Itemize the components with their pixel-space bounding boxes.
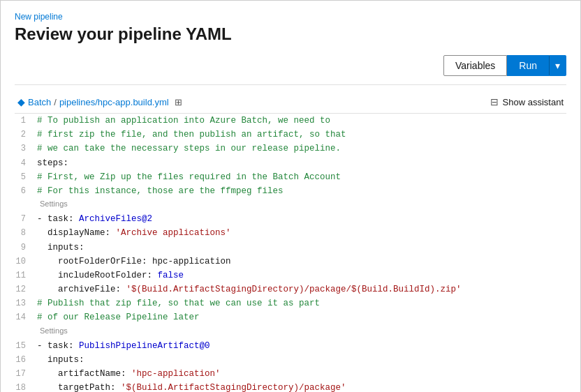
path-batch[interactable]: Batch <box>28 97 51 107</box>
line-content-18: targetPath: '$(Build.ArtifactStagingDire… <box>37 381 566 392</box>
code-line-3: 3 # we can take the necessary steps in o… <box>15 142 566 156</box>
code-line-7: 7 - task: ArchiveFiles@2 <box>15 212 566 226</box>
code-line-15: 15 - task: PublishPipelineArtifact@0 <box>15 339 566 353</box>
line-content-9: inputs: <box>37 241 566 255</box>
line-content-4: steps: <box>37 156 566 170</box>
line-num-7: 7 <box>15 213 37 226</box>
line-content-11: includeRootFolder: false <box>37 269 566 282</box>
file-path: ◆ Batch / pipelines/hpc-app.build.yml ⊞ <box>17 96 182 107</box>
line-num-8: 8 <box>15 227 37 240</box>
breadcrumb: New pipeline <box>15 12 566 22</box>
code-line-8: 8 displayName: 'Archive applications' <box>15 226 566 240</box>
run-button[interactable]: Run <box>507 55 549 76</box>
line-num-15: 15 <box>15 340 37 353</box>
line-content-13: # Publish that zip file, so that we can … <box>37 296 566 310</box>
code-line-10: 10 rootFolderOrFile: hpc-application <box>15 255 566 269</box>
code-line-s1: Settings <box>15 198 566 212</box>
line-num-2: 2 <box>15 128 37 142</box>
line-num-3: 3 <box>15 142 37 156</box>
line-content-12: archiveFile: '$(Build.ArtifactStagingDir… <box>37 282 566 296</box>
line-content-3: # we can take the necessary steps in our… <box>37 142 566 156</box>
line-num-16: 16 <box>15 354 37 367</box>
line-num-12: 12 <box>15 283 37 296</box>
code-line-13: 13 # Publish that zip file, so that we c… <box>15 296 566 310</box>
divider <box>15 84 566 85</box>
diamond-icon: ◆ <box>17 96 25 107</box>
line-num-17: 17 <box>15 368 37 381</box>
line-content-8: displayName: 'Archive applications' <box>37 226 566 240</box>
line-content-5: # First, we Zip up the files required in… <box>37 170 566 184</box>
line-num-9: 9 <box>15 241 37 255</box>
line-content-16: inputs: <box>37 353 566 367</box>
code-line-6: 6 # For this instance, those are the ffm… <box>15 184 566 198</box>
path-separator: / <box>54 97 57 107</box>
line-num-5: 5 <box>15 171 37 184</box>
line-content-17: artifactName: 'hpc-application' <box>37 367 566 381</box>
line-content-14: # of our Release Pipeline later <box>37 310 566 324</box>
line-num-1: 1 <box>15 114 37 128</box>
line-content-6: # For this instance, those are the ffmpe… <box>37 184 566 198</box>
line-content-7: - task: ArchiveFiles@2 <box>37 212 566 226</box>
line-content-10: rootFolderOrFile: hpc-application <box>37 255 566 269</box>
line-num-10: 10 <box>15 255 37 269</box>
code-line-16: 16 inputs: <box>15 353 566 367</box>
line-num-14: 14 <box>15 311 37 324</box>
code-line-18: 18 targetPath: '$(Build.ArtifactStagingD… <box>15 381 566 392</box>
edit-icon[interactable]: ⊞ <box>175 97 182 107</box>
line-content-15: - task: PublishPipelineArtifact@0 <box>37 339 566 353</box>
line-num-18: 18 <box>15 382 37 392</box>
show-assistant-button[interactable]: ⊟ Show assistant <box>490 96 564 107</box>
code-line-2: 2 # first zip the file, and then publish… <box>15 128 566 142</box>
code-line-17: 17 artifactName: 'hpc-application' <box>15 367 566 381</box>
line-num-4: 4 <box>15 157 37 170</box>
code-line-9: 9 inputs: <box>15 241 566 255</box>
show-assistant-label: Show assistant <box>503 97 564 107</box>
code-editor: 1 # To publish an application into Azure… <box>15 114 566 392</box>
code-line-1: 1 # To publish an application into Azure… <box>15 114 566 128</box>
settings-label-2: Settings <box>40 325 566 338</box>
run-dropdown-button[interactable]: ▾ <box>549 55 566 76</box>
line-num-13: 13 <box>15 297 37 310</box>
code-line-11: 11 includeRootFolder: false <box>15 269 566 282</box>
page-title: Review your pipeline YAML <box>15 24 566 44</box>
assistant-icon: ⊟ <box>490 96 499 107</box>
file-bar: ◆ Batch / pipelines/hpc-app.build.yml ⊞ … <box>15 91 566 114</box>
code-line-s2: Settings <box>15 325 566 339</box>
line-num-6: 6 <box>15 185 37 198</box>
code-line-4: 4 steps: <box>15 156 566 170</box>
path-file[interactable]: pipelines/hpc-app.build.yml <box>59 97 169 107</box>
variables-button[interactable]: Variables <box>443 55 507 76</box>
line-content-2: # first zip the file, and then publish a… <box>37 128 566 142</box>
code-line-12: 12 archiveFile: '$(Build.ArtifactStaging… <box>15 282 566 296</box>
settings-label-1: Settings <box>40 198 566 211</box>
code-line-14: 14 # of our Release Pipeline later <box>15 310 566 324</box>
code-line-5: 5 # First, we Zip up the files required … <box>15 170 566 184</box>
line-content-1: # To publish an application into Azure B… <box>37 114 566 128</box>
line-num-11: 11 <box>15 269 37 282</box>
